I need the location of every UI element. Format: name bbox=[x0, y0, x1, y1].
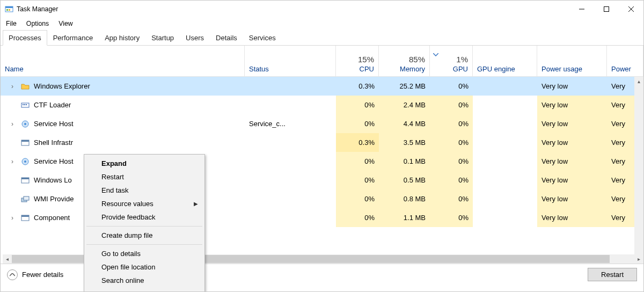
power-usage-cell: Very low bbox=[537, 171, 607, 189]
menu-view[interactable]: View bbox=[58, 20, 72, 27]
close-button[interactable] bbox=[619, 1, 643, 18]
status-cell bbox=[245, 77, 336, 96]
cpu-cell: 0% bbox=[336, 152, 379, 171]
svg-rect-3 bbox=[9, 9, 10, 11]
gpu-cell: 0% bbox=[430, 189, 473, 208]
col-cpu-label: CPU bbox=[360, 65, 374, 73]
gpu-usage-total: 1% bbox=[456, 55, 468, 64]
table-row[interactable]: CTF Loader0%2.4 MB0%Very lowVery bbox=[1, 96, 643, 114]
context-menu-item[interactable]: Properties bbox=[85, 287, 203, 292]
context-menu-item[interactable]: End task bbox=[85, 184, 203, 197]
expand-chevron-icon[interactable]: › bbox=[11, 120, 17, 128]
context-menu-item[interactable]: Create dump file bbox=[85, 229, 203, 242]
process-name-cell: ›Service Host bbox=[1, 114, 245, 133]
cpu-cell: 0% bbox=[336, 114, 379, 133]
tab-services[interactable]: Services bbox=[243, 30, 282, 46]
status-cell bbox=[245, 189, 336, 208]
svg-rect-2 bbox=[6, 9, 8, 11]
minimize-button[interactable] bbox=[569, 1, 594, 18]
svg-rect-11 bbox=[26, 104, 27, 105]
process-name: Component bbox=[34, 214, 70, 222]
restart-button[interactable]: Restart bbox=[588, 268, 637, 281]
power-usage-cell: Very low bbox=[537, 114, 607, 133]
svg-rect-15 bbox=[21, 140, 29, 142]
fewer-details-toggle[interactable]: Fewer details bbox=[7, 269, 63, 280]
expand-chevron-icon[interactable]: › bbox=[11, 83, 17, 90]
memory-cell: 0.8 MB bbox=[379, 189, 430, 208]
table-row[interactable]: ›Windows Explorer0.3%25.2 MB0%Very lowVe… bbox=[1, 77, 643, 96]
context-menu-item[interactable]: Open file location bbox=[85, 260, 203, 274]
col-cpu[interactable]: 15% CPU bbox=[336, 46, 379, 76]
status-cell bbox=[245, 171, 336, 189]
process-name: WMI Provide bbox=[34, 195, 74, 203]
tab-processes[interactable]: Processes bbox=[3, 30, 47, 46]
gpu-engine-cell bbox=[473, 77, 537, 96]
scroll-up-icon[interactable]: ▴ bbox=[634, 77, 643, 86]
col-name[interactable]: Name bbox=[1, 46, 245, 76]
cpu-cell: 0% bbox=[336, 208, 379, 227]
status-cell: Service_c... bbox=[245, 114, 336, 133]
process-icon bbox=[21, 120, 30, 128]
context-menu-item[interactable]: Expand bbox=[85, 157, 203, 170]
process-icon bbox=[21, 82, 30, 91]
menu-options[interactable]: Options bbox=[26, 20, 49, 27]
chevron-down-icon[interactable] bbox=[433, 50, 438, 58]
tab-startup[interactable]: Startup bbox=[145, 30, 180, 46]
context-menu-item[interactable]: Restart bbox=[85, 170, 203, 184]
context-menu-item[interactable]: Provide feedback bbox=[85, 210, 203, 224]
tab-details[interactable]: Details bbox=[210, 30, 243, 46]
memory-usage-total: 85% bbox=[409, 55, 425, 64]
tab-users[interactable]: Users bbox=[180, 30, 210, 46]
menu-file[interactable]: File bbox=[6, 20, 17, 27]
process-name: Windows Explorer bbox=[34, 82, 90, 90]
power-usage-cell: Very low bbox=[537, 96, 607, 114]
scroll-right-icon[interactable]: ▸ bbox=[634, 254, 643, 264]
submenu-arrow-icon: ▶ bbox=[194, 201, 198, 207]
process-name: Service Host bbox=[34, 157, 74, 165]
process-icon bbox=[21, 101, 30, 110]
process-table: Name Status 15% CPU 85% Memory 1% GPU GP… bbox=[1, 46, 643, 264]
process-name-cell: Shell Infrastr bbox=[1, 133, 245, 152]
expand-chevron-icon[interactable]: › bbox=[11, 158, 17, 165]
chevron-up-circle-icon bbox=[7, 269, 18, 280]
tab-performance[interactable]: Performance bbox=[47, 30, 99, 46]
table-row[interactable]: Shell Infrastr0.3%3.5 MB0%Very lowVery bbox=[1, 133, 643, 152]
memory-cell: 4.4 MB bbox=[379, 114, 430, 133]
col-memory[interactable]: 85% Memory bbox=[379, 46, 430, 76]
process-icon bbox=[21, 157, 30, 166]
process-name-cell: ›Windows Explorer bbox=[1, 77, 245, 96]
tab-app-history[interactable]: App history bbox=[99, 30, 145, 46]
svg-point-13 bbox=[24, 123, 26, 125]
col-gpu[interactable]: 1% GPU bbox=[430, 46, 473, 76]
process-name-cell: CTF Loader bbox=[1, 96, 245, 114]
maximize-button[interactable] bbox=[594, 1, 619, 18]
power-usage-cell: Very low bbox=[537, 189, 607, 208]
col-power-usage[interactable]: Power usage bbox=[537, 46, 607, 76]
col-power-trend[interactable]: Power bbox=[607, 46, 643, 76]
gpu-cell: 0% bbox=[430, 77, 473, 96]
gpu-cell: 0% bbox=[430, 133, 473, 152]
col-memory-label: Memory bbox=[400, 65, 425, 73]
scroll-left-icon[interactable]: ◂ bbox=[3, 254, 12, 264]
cpu-cell: 0% bbox=[336, 96, 379, 114]
context-menu-item[interactable]: Go to details bbox=[85, 247, 203, 260]
tabs: Processes Performance App history Startu… bbox=[1, 30, 643, 46]
svg-rect-21 bbox=[24, 196, 29, 200]
process-icon bbox=[21, 138, 30, 147]
process-icon bbox=[21, 214, 30, 222]
context-menu-separator bbox=[86, 244, 202, 245]
vertical-scrollbar[interactable]: ▴ bbox=[634, 77, 643, 254]
memory-cell: 0.1 MB bbox=[379, 152, 430, 171]
titlebar: Task Manager bbox=[1, 1, 643, 18]
col-name-label: Name bbox=[5, 65, 240, 73]
expand-chevron-icon[interactable]: › bbox=[11, 214, 17, 222]
col-gpu-engine[interactable]: GPU engine bbox=[473, 46, 537, 76]
context-menu-item[interactable]: Resource values▶ bbox=[85, 197, 203, 210]
gpu-engine-cell bbox=[473, 152, 537, 171]
memory-cell: 2.4 MB bbox=[379, 96, 430, 114]
gpu-cell: 0% bbox=[430, 152, 473, 171]
col-status[interactable]: Status bbox=[245, 46, 336, 76]
table-row[interactable]: ›Service HostService_c...0%4.4 MB0%Very … bbox=[1, 114, 643, 133]
status-cell bbox=[245, 96, 336, 114]
context-menu-item[interactable]: Search online bbox=[85, 274, 203, 287]
